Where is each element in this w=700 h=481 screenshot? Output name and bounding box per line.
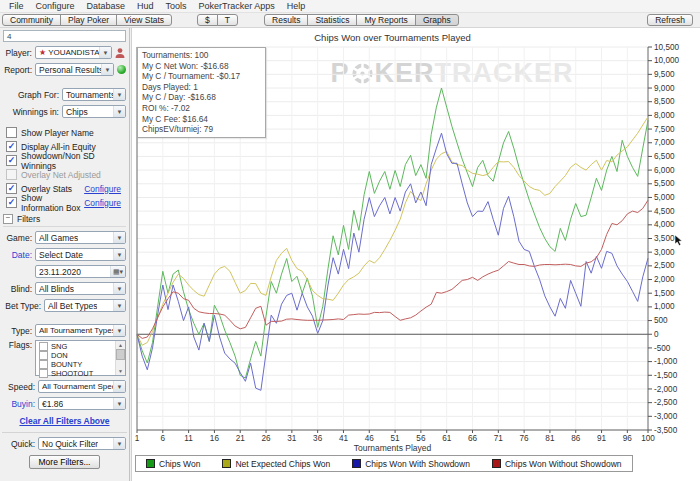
svg-text:16: 16 bbox=[210, 434, 220, 443]
report-select[interactable]: Personal Results ▼ bbox=[35, 63, 114, 76]
speed-select[interactable]: All Tournament Speeds ▼ bbox=[38, 380, 126, 393]
view-stats-button[interactable]: View Stats bbox=[116, 14, 172, 26]
svg-text:6,000: 6,000 bbox=[654, 166, 675, 175]
menu-item-help[interactable]: Help bbox=[281, 0, 312, 13]
svg-text:81: 81 bbox=[545, 434, 555, 443]
pane-index-box[interactable]: 4 bbox=[3, 30, 126, 42]
quick-filter-value: No Quick Filter bbox=[42, 439, 98, 449]
refresh-button[interactable]: Refresh bbox=[647, 14, 693, 26]
checkbox[interactable] bbox=[39, 369, 48, 378]
checkbox[interactable] bbox=[39, 360, 48, 369]
svg-text:5,000: 5,000 bbox=[654, 193, 675, 202]
checkbox-label: Show Player Name bbox=[21, 128, 94, 138]
toggle-t-button[interactable]: T bbox=[217, 14, 238, 26]
game-select[interactable]: All Games ▼ bbox=[35, 231, 126, 244]
configure-link[interactable]: Configure bbox=[84, 184, 121, 194]
flags-label: Flags: bbox=[3, 340, 32, 350]
scrollbar-thumb[interactable] bbox=[116, 349, 125, 360]
menu-item-database[interactable]: Database bbox=[81, 0, 132, 13]
tab-my-reports[interactable]: My Reports bbox=[356, 14, 415, 26]
nav-button-group: CommunityPlay PokerView Stats bbox=[2, 14, 172, 26]
flags-listbox[interactable]: SNGDONBOUNTYSHOOTOUT ▲ ▼ bbox=[35, 340, 126, 376]
flag-item-shootout[interactable]: SHOOTOUT bbox=[36, 369, 115, 377]
flag-item-don[interactable]: DON bbox=[36, 351, 115, 359]
svg-text:71: 71 bbox=[494, 434, 504, 443]
checkbox[interactable] bbox=[39, 342, 48, 351]
chevron-down-icon: ▼ bbox=[113, 249, 125, 260]
tab-results[interactable]: Results bbox=[264, 14, 308, 26]
svg-text:31: 31 bbox=[287, 434, 297, 443]
chevron-down-icon: ▼ bbox=[113, 325, 125, 336]
chevron-down-icon: ▼ bbox=[113, 89, 125, 100]
chevron-down-icon: ▼ bbox=[113, 438, 125, 449]
scroll-up-icon[interactable]: ▲ bbox=[118, 341, 123, 349]
player-manager-icon[interactable] bbox=[114, 47, 126, 59]
buyin-select[interactable]: €1.86 ▼ bbox=[38, 397, 126, 410]
menu-item-pokertracker-apps[interactable]: PokerTracker Apps bbox=[193, 0, 281, 13]
type-select[interactable]: All Tournament Types ▼ bbox=[35, 324, 126, 337]
info-line: My C / Tournament: -$0.17 bbox=[142, 71, 261, 82]
speed-value: All Tournament Speeds bbox=[42, 382, 113, 391]
report-label: Report: bbox=[3, 65, 32, 75]
menu-item-tools[interactable]: Tools bbox=[160, 0, 193, 13]
svg-text:8,000: 8,000 bbox=[654, 111, 675, 120]
quick-filter-select[interactable]: No Quick Filter ▼ bbox=[38, 437, 126, 450]
checkbox-row-show-player-name[interactable]: Show Player Name bbox=[6, 127, 129, 138]
checkbox[interactable] bbox=[6, 127, 17, 138]
graph-for-select[interactable]: Tournaments ▼ bbox=[62, 88, 126, 101]
svg-text:2,000: 2,000 bbox=[654, 275, 675, 284]
buyin-value: €1.86 bbox=[42, 399, 63, 409]
app-menubar: FileConfigureDatabaseHudToolsPokerTracke… bbox=[0, 0, 700, 13]
buyin-label[interactable]: Buyin: bbox=[3, 399, 35, 409]
chevron-down-icon: ▼ bbox=[113, 300, 125, 311]
clear-all-filters-link[interactable]: Clear All Filters Above bbox=[0, 416, 129, 426]
svg-text:4,000: 4,000 bbox=[654, 220, 675, 229]
report-status-icon[interactable] bbox=[117, 65, 126, 74]
scroll-down-icon[interactable]: ▼ bbox=[118, 367, 123, 375]
flag-item-sng[interactable]: SNG bbox=[36, 342, 115, 350]
winnings-in-select[interactable]: Chips ▼ bbox=[62, 105, 126, 118]
player-select[interactable]: ★ YOUANDISTARS ▼ bbox=[35, 46, 112, 59]
checkbox-checked[interactable]: ✓ bbox=[6, 155, 17, 166]
checkbox[interactable] bbox=[39, 351, 48, 360]
winnings-in-label: Winnings in: bbox=[3, 107, 59, 117]
flag-item-bounty[interactable]: BOUNTY bbox=[36, 360, 115, 368]
svg-text:36: 36 bbox=[313, 434, 323, 443]
community-button[interactable]: Community bbox=[2, 14, 61, 26]
tab-graphs[interactable]: Graphs bbox=[415, 14, 459, 26]
type-label: Type: bbox=[3, 326, 32, 336]
collapse-icon[interactable]: − bbox=[3, 214, 13, 224]
date-label[interactable]: Date: bbox=[3, 250, 32, 260]
date-select[interactable]: Select Date ▼ bbox=[35, 248, 126, 261]
winnings-in-value: Chips bbox=[66, 107, 88, 117]
checkbox-checked[interactable]: ✓ bbox=[6, 197, 17, 208]
checkbox-checked[interactable]: ✓ bbox=[6, 141, 17, 152]
checkbox-row-overlay-net-adjusted[interactable]: Overlay Net Adjusted bbox=[6, 169, 129, 180]
bet-type-value: All Bet Types bbox=[48, 301, 97, 311]
date-picker-field[interactable]: 23.11.2020 ▦▾ bbox=[35, 265, 126, 278]
blind-select[interactable]: All Blinds ▼ bbox=[35, 282, 126, 295]
toggle-$-button[interactable]: $ bbox=[197, 14, 218, 26]
menu-item-file[interactable]: File bbox=[3, 0, 30, 13]
checkbox-row-showdown-non-sd-winnings[interactable]: ✓Showdown/Non SD Winnings bbox=[6, 155, 129, 166]
svg-text:96: 96 bbox=[623, 434, 633, 443]
filters-section-header[interactable]: − Filters bbox=[3, 214, 126, 227]
bet-type-select[interactable]: All Bet Types ▼ bbox=[44, 299, 126, 312]
svg-text:-2,500: -2,500 bbox=[654, 398, 678, 407]
chevron-down-icon: ▼ bbox=[113, 398, 125, 409]
calendar-icon[interactable]: ▦▾ bbox=[110, 266, 125, 277]
checkbox-row-show-information-box[interactable]: ✓Show Information BoxConfigure bbox=[6, 197, 129, 208]
bet-type-label: Bet Type: bbox=[3, 301, 41, 311]
checkbox-checked[interactable]: ✓ bbox=[6, 183, 17, 194]
play-poker-button[interactable]: Play Poker bbox=[60, 14, 117, 26]
tab-statistics[interactable]: Statistics bbox=[307, 14, 357, 26]
svg-text:-1,000: -1,000 bbox=[654, 357, 678, 366]
checkbox-label: Show Information Box bbox=[21, 193, 84, 213]
more-filters-button[interactable]: More Filters... bbox=[29, 455, 101, 469]
divider bbox=[2, 432, 127, 433]
configure-link[interactable]: Configure bbox=[84, 198, 121, 208]
menu-item-configure[interactable]: Configure bbox=[30, 0, 81, 13]
flags-scrollbar[interactable]: ▲ ▼ bbox=[115, 341, 125, 375]
menu-item-hud[interactable]: Hud bbox=[131, 0, 160, 13]
checkbox[interactable] bbox=[6, 169, 17, 180]
